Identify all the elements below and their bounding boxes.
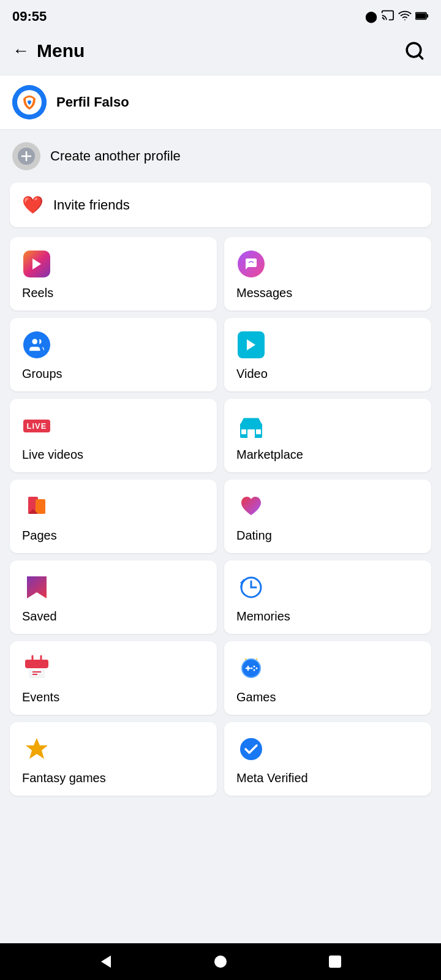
grid-item-saved[interactable]: Saved <box>10 560 217 634</box>
profile-row[interactable]: Perfil Falso <box>0 75 441 130</box>
grid-item-meta-verified[interactable]: Meta Verified <box>224 722 431 796</box>
live-videos-label: Live videos <box>22 448 83 462</box>
memories-icon <box>236 573 266 602</box>
svg-point-39 <box>256 668 258 669</box>
svg-line-5 <box>419 55 423 59</box>
svg-rect-15 <box>247 429 255 438</box>
nav-back-button[interactable] <box>95 951 117 973</box>
svg-marker-11 <box>32 258 41 270</box>
games-label: Games <box>236 690 276 704</box>
saved-label: Saved <box>22 609 57 624</box>
circle-icon: ⬤ <box>365 10 377 23</box>
svg-rect-19 <box>36 499 45 514</box>
avatar <box>12 85 47 119</box>
video-icon <box>236 330 266 360</box>
svg-rect-16 <box>241 429 246 434</box>
svg-rect-28 <box>25 660 48 668</box>
pages-label: Pages <box>22 529 57 543</box>
profile-name: Perfil Falso <box>56 94 129 110</box>
svg-marker-13 <box>247 339 255 350</box>
events-icon <box>22 654 51 683</box>
svg-rect-45 <box>329 956 341 968</box>
grid-item-pages[interactable]: Pages <box>10 480 217 553</box>
grid-item-reels[interactable]: Reels <box>10 237 217 311</box>
meta-verified-label: Meta Verified <box>236 771 308 785</box>
reels-label: Reels <box>22 286 53 300</box>
page-title: Menu <box>37 40 85 61</box>
create-profile-row[interactable]: Create another profile <box>0 130 441 183</box>
invite-section: ❤️ Invite friends <box>0 183 441 237</box>
svg-point-12 <box>32 339 37 344</box>
create-profile-icon <box>12 142 40 170</box>
svg-rect-17 <box>256 429 261 434</box>
svg-point-38 <box>254 666 255 668</box>
svg-point-40 <box>254 669 255 671</box>
svg-point-42 <box>240 738 262 760</box>
battery-icon <box>415 10 429 23</box>
meta-verified-icon <box>236 734 266 764</box>
reels-icon <box>22 249 51 279</box>
dating-label: Dating <box>236 529 272 543</box>
pages-icon <box>22 492 51 521</box>
grid-item-video[interactable]: Video <box>224 318 431 391</box>
invite-label: Invite friends <box>53 197 130 213</box>
status-icons: ⬤ <box>365 9 429 25</box>
grid-item-dating[interactable]: Dating <box>224 480 431 553</box>
saved-icon <box>22 573 51 602</box>
svg-point-41 <box>251 668 253 669</box>
svg-marker-43 <box>101 956 111 968</box>
fantasy-games-label: Fantasy games <box>22 771 106 785</box>
grid-item-events[interactable]: Events <box>10 641 217 715</box>
bottom-nav <box>0 943 441 980</box>
header: ← Menu <box>0 31 441 75</box>
fantasy-games-icon <box>22 734 51 764</box>
grid-item-games[interactable]: Games <box>224 641 431 715</box>
menu-grid: Reels Messages Groups <box>0 237 441 796</box>
cast-icon <box>381 9 394 25</box>
create-profile-label: Create another profile <box>50 148 181 164</box>
games-icon <box>236 654 266 683</box>
status-bar: 09:55 ⬤ <box>0 0 441 31</box>
header-left: ← Menu <box>12 40 85 61</box>
svg-point-44 <box>214 956 227 968</box>
search-button[interactable] <box>401 37 429 65</box>
marketplace-label: Marketplace <box>236 448 303 462</box>
status-time: 09:55 <box>12 9 47 24</box>
wifi-icon <box>398 9 412 25</box>
svg-rect-3 <box>416 13 426 18</box>
grid-item-messages[interactable]: Messages <box>224 237 431 311</box>
nav-recent-button[interactable] <box>324 951 346 973</box>
grid-item-memories[interactable]: Memories <box>224 560 431 634</box>
grid-item-live-videos[interactable]: LIVE Live videos <box>10 399 217 472</box>
marketplace-icon <box>236 411 266 440</box>
memories-label: Memories <box>236 609 290 624</box>
groups-label: Groups <box>22 367 62 381</box>
events-label: Events <box>22 690 59 704</box>
invite-friends-button[interactable]: ❤️ Invite friends <box>10 183 431 227</box>
messages-icon <box>236 249 266 279</box>
grid-item-marketplace[interactable]: Marketplace <box>224 399 431 472</box>
video-label: Video <box>236 367 268 381</box>
messages-label: Messages <box>236 286 292 300</box>
svg-rect-2 <box>426 14 428 18</box>
dating-icon <box>236 492 266 521</box>
back-button[interactable]: ← <box>12 41 29 61</box>
groups-icon <box>22 330 51 360</box>
heart-icon: ❤️ <box>22 195 43 215</box>
grid-item-groups[interactable]: Groups <box>10 318 217 391</box>
grid-item-fantasy-games[interactable]: Fantasy games <box>10 722 217 796</box>
nav-home-button[interactable] <box>209 951 232 973</box>
live-icon: LIVE <box>22 411 51 440</box>
